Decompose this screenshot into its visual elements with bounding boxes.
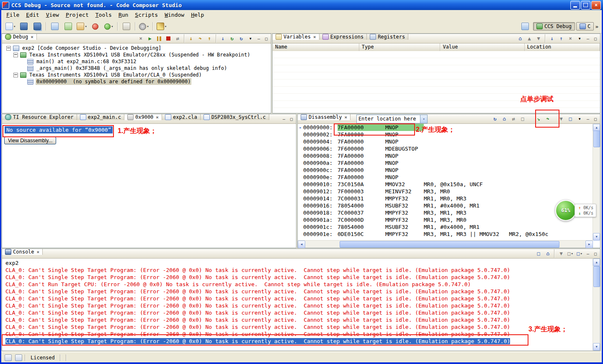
minimize-view-button[interactable]: — [584, 250, 592, 257]
column-header-location[interactable]: Location [525, 44, 600, 51]
close-tab-icon[interactable]: × [344, 115, 347, 120]
perspective-ccs-debug[interactable]: CCS Debug [533, 22, 575, 31]
menu-file[interactable]: File [3, 11, 23, 19]
maximize-view-button[interactable]: □ [592, 35, 599, 42]
maximize-view-button[interactable]: □ [288, 115, 295, 122]
disassembly-row[interactable]: 0000901a:7C00000DMMPYF32MR1, MR3, MR0 [298, 216, 593, 223]
open-perspective-button[interactable] [519, 21, 531, 32]
perspective-c[interactable]: C [576, 22, 594, 31]
new-wizard-button[interactable]: ▾ [4, 21, 17, 32]
scroll-lock-button[interactable]: ⌂ [543, 249, 552, 258]
debug-tree-node[interactable]: Texas Instruments XDS100v1 USB Emulator/… [2, 72, 271, 78]
menu-edit[interactable]: Edit [23, 11, 42, 19]
refresh-button[interactable]: ↻ [237, 34, 246, 43]
editor-tab-0x9000[interactable]: 0x9000× [124, 114, 162, 120]
minimize-view-button[interactable]: — [255, 35, 263, 42]
close-tab-icon[interactable]: × [156, 115, 159, 120]
disassembly-row[interactable]: 00009014:7C000031MMPYF32MR1, MR0, MR3 [298, 195, 593, 202]
scrollbar-thumb[interactable] [593, 131, 600, 147]
disassembly-row[interactable]: 00009018:7C000037MMPYF32MR3, MR1, MR3 [298, 209, 593, 216]
debug-tree-node[interactable]: _args_main() 0x3F3B4B (_args_main has on… [2, 65, 271, 72]
debug-tree-node[interactable]: 0x00009000 (no symbols are defined for 0… [2, 78, 271, 85]
view-menu-chevron[interactable]: ▾ [575, 34, 584, 43]
scroll-left-button[interactable]: ◀ [298, 241, 305, 248]
scrollbar-thumb[interactable] [593, 266, 600, 287]
debug-tree-node[interactable]: exp2 [Code Composer Studio - Device Debu… [2, 45, 271, 51]
clear-console-button[interactable]: □ [534, 249, 543, 258]
refresh-view-button[interactable]: ↻ [490, 115, 500, 123]
console-error-line[interactable]: CLA_0: Can't Single Step Target Program:… [5, 316, 593, 323]
console-error-line[interactable]: CLA_0: Can't Single Step Target Program:… [5, 302, 593, 309]
disconnect-button[interactable]: ⇄ [173, 34, 182, 43]
disassembly-row[interactable]: 00009008:7FA00000MNOP [298, 152, 593, 159]
disasm-tab-disassembly[interactable]: Disassembly× [298, 114, 350, 120]
highlight-button[interactable]: ▾ [103, 21, 115, 32]
debug-tree-node[interactable]: main() at exp2_main.c:68 0x3F3312 [2, 58, 271, 65]
minimize-view-button[interactable]: — [584, 115, 592, 122]
import-button[interactable]: ↓ [547, 34, 557, 43]
step-return-button[interactable]: ↑ [205, 34, 214, 43]
scroll-down-button[interactable]: ▼ [593, 233, 600, 241]
goto-pc-button[interactable]: ⌂ [500, 115, 509, 123]
maximize-view-button[interactable]: □ [592, 115, 599, 122]
memory-browser-button[interactable] [62, 21, 75, 32]
link-with-editor-button[interactable] [120, 21, 133, 32]
scroll-right-button[interactable]: ▶ [585, 241, 593, 248]
remove-watch-button[interactable]: × [566, 34, 575, 43]
view-menu-chevron[interactable]: ▾ [246, 34, 255, 43]
debug-tree-node[interactable]: Texas Instruments XDS100v1 USB Emulator/… [2, 51, 271, 58]
pin-view-button[interactable]: ▼ [534, 34, 543, 43]
console-error-line[interactable]: CLA_0: Can't Single Step Target Program:… [5, 267, 593, 274]
display-selected-console-button[interactable]: □▾ [566, 249, 575, 258]
view-menu-chevron[interactable]: ▾ [575, 115, 584, 123]
console-error-line[interactable]: CLA_0: Can't Run Target CPU: (Error -206… [5, 281, 593, 288]
column-header-name[interactable]: Name [273, 44, 359, 51]
step-over-button[interactable]: ↷ [196, 34, 205, 43]
open-console-button[interactable]: □▾ [575, 249, 584, 258]
step-into-button[interactable]: ↓ [186, 34, 196, 43]
record-button[interactable] [89, 21, 102, 32]
tree-expander-icon[interactable] [6, 46, 11, 51]
editor-tab-exp2-main-c[interactable]: exp2_main.c [77, 114, 124, 120]
location-combo[interactable]: Enter location here ▾ [356, 115, 428, 123]
disassembly-row[interactable]: 0000900e:7FA00000MNOP [298, 174, 593, 181]
debug-tab-debug[interactable]: Debug× [2, 34, 37, 40]
disassembly-row[interactable]: 00009012:7F000003MEINVF32MR3, MR0 [298, 188, 593, 195]
pin-console-button[interactable]: ▼ [557, 249, 566, 258]
new-view-button[interactable]: □ [566, 115, 575, 123]
minimize-window-button[interactable] [570, 1, 580, 10]
scrollbar-thumb[interactable] [340, 241, 559, 248]
minimize-view-button[interactable]: — [584, 35, 592, 42]
disassembly-row[interactable]: 0000900a:7FA00000MNOP [298, 159, 593, 167]
console-vertical-scrollbar[interactable]: ▲ ▼ [593, 259, 600, 351]
disassembly-row[interactable]: 00009010:73C0150AMMOV32MR0, @0x150a, UNC… [298, 181, 593, 188]
remove-all-terminated-button[interactable]: × [136, 34, 145, 43]
export-button[interactable]: ↑ [557, 34, 566, 43]
status-icon-2[interactable] [15, 354, 22, 361]
menu-tools[interactable]: Tools [92, 11, 115, 19]
console-error-line[interactable]: CLA_0: Can't Single Step Target Program:… [5, 274, 593, 281]
restore-window-button[interactable] [581, 1, 590, 10]
show-type-names-button[interactable]: ⌂ [515, 34, 525, 43]
collapse-all-button[interactable]: ▲ [525, 34, 534, 43]
vars-tab-registers[interactable]: Registers [367, 34, 408, 40]
console-error-line[interactable]: CLA_0: Can't Single Step Target Program:… [5, 309, 593, 316]
resume-button[interactable]: ▶ [145, 34, 155, 43]
tree-expander-icon[interactable] [13, 53, 18, 57]
menu-project[interactable]: Project [62, 11, 92, 19]
vars-tab-variables[interactable]: Variables× [273, 34, 320, 40]
menu-window[interactable]: Window [161, 11, 188, 19]
console-error-line[interactable]: CLA_0: Can't Single Step Target Program:… [5, 323, 593, 331]
terminate-button[interactable] [164, 34, 173, 43]
menu-help[interactable]: Help [188, 11, 207, 19]
search-wand-button[interactable]: ▾ [155, 21, 168, 32]
vars-tab-expressions[interactable]: Expressions [320, 34, 367, 40]
suspend-button[interactable] [155, 34, 164, 43]
disassembly-row[interactable]: 0000901e:0DE0150CMMPYF32MR3, MR1, MR3 ||… [298, 231, 593, 238]
instruction-step-button[interactable]: ↓ [218, 34, 227, 43]
disassembly-vertical-scrollbar[interactable]: ▲ ▼ [593, 124, 600, 241]
console-tab-console[interactable]: Console× [2, 249, 43, 255]
show-source-button[interactable]: □ [518, 115, 527, 123]
console-error-line[interactable]: CLA_0: Can't Single Step Target Program:… [5, 288, 593, 295]
column-header-type[interactable]: Type [359, 44, 441, 51]
